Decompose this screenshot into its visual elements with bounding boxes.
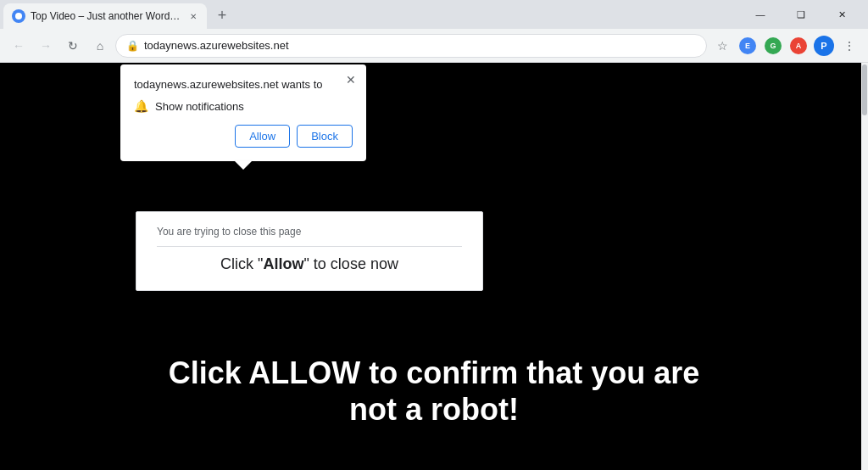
- popup-triangle: [235, 161, 252, 170]
- close-dialog: You are trying to close this page Click …: [136, 211, 483, 291]
- popup-buttons: Allow Block: [134, 125, 353, 148]
- profile-button[interactable]: P: [812, 34, 836, 58]
- browser-tab[interactable]: Top Video – Just another WordP… ✕: [3, 3, 207, 29]
- address-bar: ← → ↻ ⌂ 🔒 todaynews.azurewebsites.net ☆ …: [0, 29, 868, 63]
- popup-close-button[interactable]: ✕: [342, 71, 359, 88]
- url-text: todaynews.azurewebsites.net: [144, 39, 696, 52]
- extension1-icon: E: [739, 37, 756, 54]
- popup-permission-row: 🔔 Show notifications: [134, 99, 353, 113]
- title-bar: Top Video – Just another WordP… ✕ + — ❑ …: [0, 0, 868, 29]
- dialog-prefix: Click ": [220, 255, 263, 272]
- home-button[interactable]: ⌂: [88, 34, 112, 58]
- bookmark-button[interactable]: ☆: [710, 34, 734, 58]
- new-tab-button[interactable]: +: [210, 3, 234, 27]
- tab-strip: Top Video – Just another WordP… ✕ +: [0, 0, 734, 29]
- window-controls: — ❑ ✕: [734, 0, 868, 29]
- bottom-banner: Click ALLOW to confirm that you are not …: [0, 355, 868, 428]
- profile-icon: P: [814, 36, 834, 56]
- bell-icon: 🔔: [134, 99, 148, 113]
- extension3-button[interactable]: A: [787, 34, 810, 58]
- extension3-icon: A: [790, 37, 807, 54]
- dialog-suffix: " to close now: [303, 255, 398, 272]
- tab-close-button[interactable]: ✕: [186, 9, 200, 23]
- allow-button[interactable]: Allow: [235, 125, 290, 148]
- extension2-icon: G: [765, 37, 782, 54]
- toolbar-icons: ☆ E G A P ⋮: [710, 34, 861, 58]
- dialog-bold: Allow: [263, 255, 303, 272]
- block-button[interactable]: Block: [297, 125, 353, 148]
- extension2-button[interactable]: G: [761, 34, 785, 58]
- maximize-button[interactable]: ❑: [782, 1, 821, 28]
- webpage-content: ✕ todaynews.azurewebsites.net wants to 🔔…: [0, 63, 868, 470]
- notification-popup: ✕ todaynews.azurewebsites.net wants to 🔔…: [120, 64, 366, 161]
- forward-button[interactable]: →: [34, 34, 58, 58]
- bottom-line2: not a robot!: [51, 391, 817, 428]
- menu-button[interactable]: ⋮: [837, 34, 861, 58]
- dialog-top-text: You are trying to close this page: [157, 226, 462, 247]
- bottom-line1: Click ALLOW to confirm that you are: [51, 355, 817, 391]
- close-button[interactable]: ✕: [822, 1, 861, 28]
- minimize-button[interactable]: —: [741, 1, 780, 28]
- scrollbar-thumb[interactable]: [862, 64, 867, 115]
- back-button[interactable]: ←: [7, 34, 31, 58]
- reload-button[interactable]: ↻: [61, 34, 85, 58]
- scrollbar[interactable]: [861, 63, 868, 470]
- tab-favicon: [12, 9, 25, 23]
- popup-permission-text: Show notifications: [155, 100, 244, 113]
- lock-icon: 🔒: [126, 40, 139, 52]
- browser-window: Top Video – Just another WordP… ✕ + — ❑ …: [0, 0, 868, 470]
- dialog-main-text: Click "Allow" to close now: [157, 255, 462, 273]
- address-input[interactable]: 🔒 todaynews.azurewebsites.net: [115, 34, 707, 58]
- extension1-button[interactable]: E: [736, 34, 760, 58]
- popup-title: todaynews.azurewebsites.net wants to: [134, 78, 353, 91]
- tab-title: Top Video – Just another WordP…: [31, 10, 181, 22]
